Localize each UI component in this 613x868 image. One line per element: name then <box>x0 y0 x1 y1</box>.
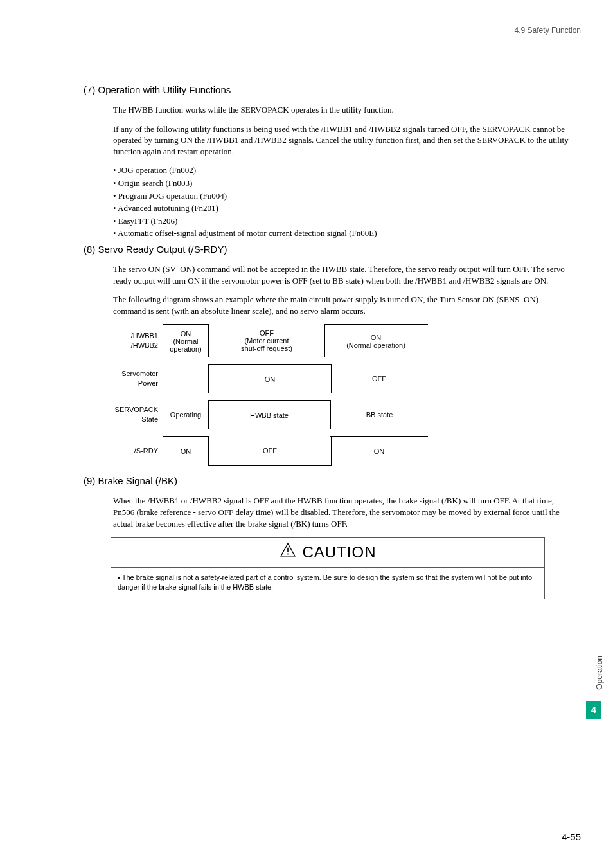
timing-diagram: /HWBB1 /HWBB2 ON (Normal operation) OFF … <box>94 324 428 466</box>
diagram-row-srdy: /S-RDY ON OFF ON <box>94 436 428 466</box>
diagram-row-label: /HWBB1 /HWBB2 <box>94 324 163 357</box>
diagram-row-label: Servomotor Power <box>94 364 163 393</box>
diagram-seg: ON <box>330 436 428 466</box>
section-7-bullet: • EasyFFT (Fn206) <box>113 215 572 227</box>
diagram-row-label: /S-RDY <box>94 436 163 466</box>
page-number: 4-55 <box>562 831 581 842</box>
diagram-seg: OFF <box>330 364 428 393</box>
section-9-p1: When the /HWBB1 or /HWBB2 signal is OFF … <box>113 495 572 529</box>
diagram-row-power: Servomotor Power ON OFF <box>94 364 428 393</box>
section-8-title: (8) Servo Ready Output (/S-RDY) <box>84 243 572 256</box>
diagram-seg: BB state <box>330 400 428 429</box>
section-7-bullet: • Advanced autotuning (Fn201) <box>113 203 572 214</box>
section-7-bullet: • Origin search (Fn003) <box>113 177 572 189</box>
section-7-bullet: • Automatic offset-signal adjustment of … <box>113 228 572 239</box>
caution-heading-text: CAUTION <box>303 542 377 563</box>
diagram-seg: HWBB state <box>208 400 331 429</box>
caution-box: CAUTION • The brake signal is not a safe… <box>111 537 545 599</box>
diagram-row-label: SERVOPACK State <box>94 400 163 429</box>
diagram-row-state: SERVOPACK State Operating HWBB state BB … <box>94 400 428 429</box>
side-tab-label: Operation <box>595 656 604 690</box>
diagram-seg: ON <box>163 436 208 466</box>
diagram-seg: OFF <box>208 436 332 466</box>
diagram-seg: ON <box>208 364 332 393</box>
svg-point-1 <box>287 553 288 554</box>
section-7-p1: The HWBB function works while the SERVOP… <box>113 104 572 116</box>
page-content: (7) Operation with Utility Functions The… <box>84 84 572 599</box>
section-7-bullet: • JOG operation (Fn002) <box>113 165 572 176</box>
diagram-seg: OFF (Motor current shut-off request) <box>208 324 325 357</box>
section-7-p2: If any of the following utility function… <box>113 123 572 158</box>
diagram-seg <box>163 364 209 393</box>
section-7-bullet: • Program JOG operation (Fn004) <box>113 190 572 202</box>
section-8-p1: The servo ON (SV_ON) command will not be… <box>113 264 572 286</box>
section-8-p2: The following diagram shows an example w… <box>113 294 572 316</box>
section-9-title: (9) Brake Signal (/BK) <box>84 475 572 487</box>
caution-heading: CAUTION <box>111 538 544 568</box>
diagram-row-hwbb: /HWBB1 /HWBB2 ON (Normal operation) OFF … <box>94 324 428 357</box>
section-7-title: (7) Operation with Utility Functions <box>84 84 572 96</box>
diagram-seg: ON (Normal operation) <box>324 324 428 357</box>
side-tab-number: 4 <box>586 701 601 719</box>
diagram-seg: Operating <box>163 400 209 429</box>
diagram-seg: ON (Normal operation) <box>163 324 209 357</box>
warning-icon <box>280 541 296 563</box>
caution-body: • The brake signal is not a safety-relat… <box>111 568 544 599</box>
header-breadcrumb: 4.9 Safety Function <box>51 26 581 39</box>
